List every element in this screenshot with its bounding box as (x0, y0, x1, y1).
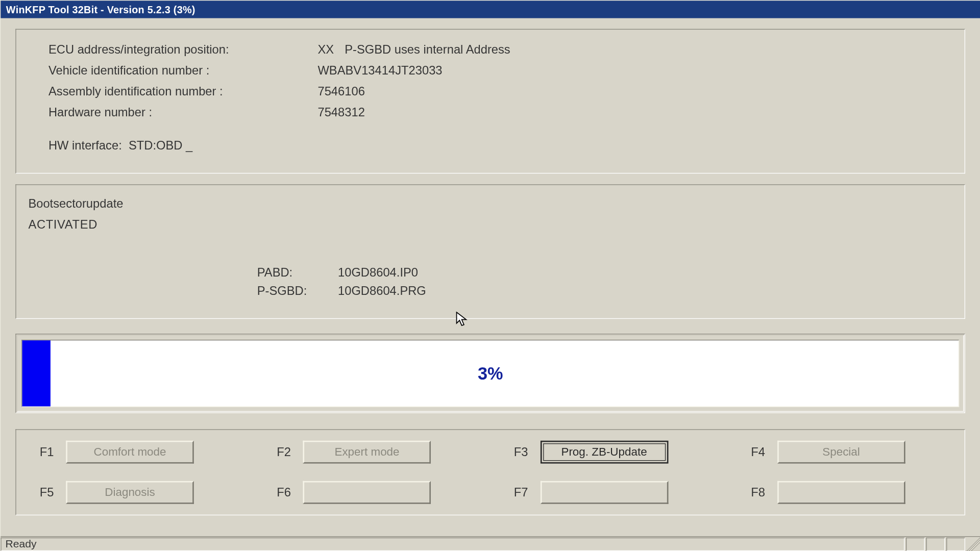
status-cell-3 (946, 537, 965, 550)
bootsector-state: ACTIVATED (28, 218, 952, 232)
psgbd-value: 10GD8604.PRG (338, 284, 426, 298)
prog-zb-update-button[interactable]: Prog. ZB-Update (540, 441, 668, 464)
f1-key-label: F1 (30, 445, 54, 459)
progress-label: 3% (22, 340, 959, 406)
comfort-mode-button[interactable]: Comfort mode (66, 441, 194, 464)
resize-grip-icon[interactable] (967, 537, 980, 550)
f3-key-label: F3 (504, 445, 528, 459)
f8-key-label: F8 (741, 485, 765, 499)
status-cell-1 (906, 537, 925, 550)
function-keys-panel: F1 Comfort mode F2 Expert mode F3 Prog. … (15, 429, 965, 515)
pabd-value: 10GD8604.IP0 (338, 266, 418, 280)
status-panel: Bootsectorupdate ACTIVATED PABD: 10GD860… (15, 184, 965, 319)
hw-interface-value: STD:OBD _ (129, 139, 192, 153)
vin-value: WBABV13414JT23033 (317, 64, 442, 78)
hardware-number-label: Hardware number : (48, 106, 317, 120)
hardware-number-value: 7548312 (317, 106, 364, 120)
special-button[interactable]: Special (777, 441, 905, 464)
assembly-id-value: 7546106 (317, 85, 364, 99)
f8-button[interactable] (777, 481, 905, 504)
f2-key-label: F2 (267, 445, 291, 459)
f7-key-label: F7 (504, 485, 528, 499)
f5-key-label: F5 (30, 485, 54, 499)
status-bar: Ready (1, 536, 980, 551)
status-cell-2 (926, 537, 945, 550)
ecu-address-label: ECU address/integration position: (48, 43, 317, 57)
f7-button[interactable] (540, 481, 668, 504)
status-text: Ready (6, 538, 37, 550)
expert-mode-button[interactable]: Expert mode (303, 441, 431, 464)
client-area: ECU address/integration position: XX P-S… (1, 29, 980, 547)
assembly-id-label: Assembly identification number : (48, 85, 317, 99)
f4-key-label: F4 (741, 445, 765, 459)
ecu-address-value: P-SGBD uses internal Address (345, 43, 510, 57)
application-window: WinKFP Tool 32Bit - Version 5.2.3 (3%) E… (0, 0, 980, 551)
vin-label: Vehicle identification number : (48, 64, 317, 78)
diagnosis-button[interactable]: Diagnosis (66, 481, 194, 504)
progress-panel: 3% (15, 334, 965, 413)
f6-key-label: F6 (267, 485, 291, 499)
pabd-label: PABD: (257, 266, 338, 280)
f6-button[interactable] (303, 481, 431, 504)
vehicle-info-panel: ECU address/integration position: XX P-S… (15, 29, 965, 174)
progress-bar: 3% (21, 340, 959, 407)
ecu-address-prefix: XX (317, 43, 345, 57)
psgbd-label: P-SGBD: (257, 284, 338, 298)
window-title: WinKFP Tool 32Bit - Version 5.2.3 (3%) (6, 4, 195, 15)
hw-interface-label: HW interface: (48, 139, 122, 153)
bootsector-label: Bootsectorupdate (28, 197, 952, 211)
titlebar[interactable]: WinKFP Tool 32Bit - Version 5.2.3 (3%) (1, 1, 980, 18)
